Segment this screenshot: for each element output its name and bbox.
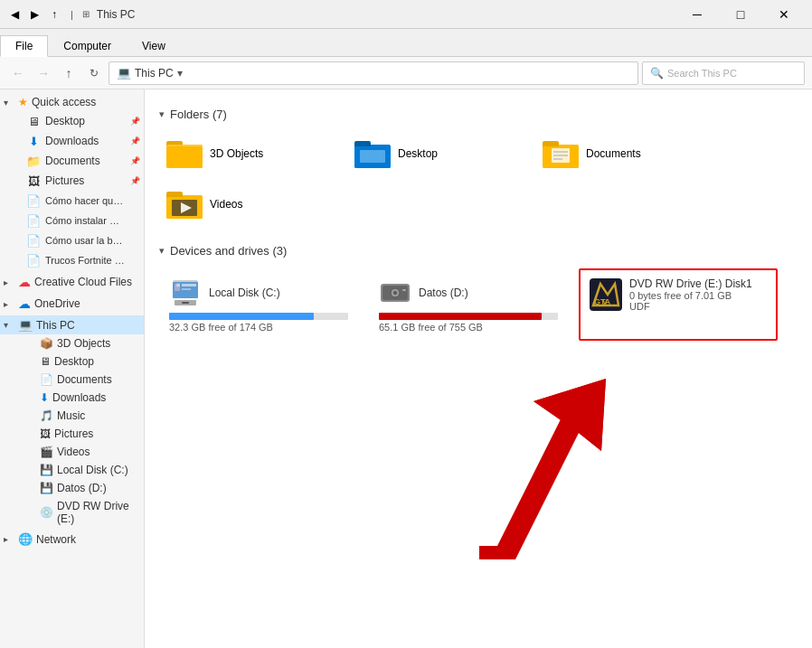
folders-title: Folders (7) bbox=[170, 108, 227, 121]
folder-documents[interactable]: Documents bbox=[535, 132, 716, 175]
folder-videos-name: Videos bbox=[210, 198, 242, 211]
quick-access-header[interactable]: ▾ ★ Quick access bbox=[0, 93, 144, 111]
pin-icon-4: 📌 bbox=[130, 176, 140, 185]
this-pc-section: ▾ 💻 This PC 📦 3D Objects 🖥 Desktop 📄 Doc… bbox=[0, 315, 144, 528]
sidebar-c-drive[interactable]: 💾 Local Disk (C:) bbox=[0, 461, 144, 479]
svg-rect-24 bbox=[182, 288, 191, 290]
sidebar-desktop[interactable]: 🖥 Desktop bbox=[0, 352, 144, 371]
network-header[interactable]: ▸ 🌐 Network bbox=[0, 530, 144, 549]
tab-file[interactable]: File bbox=[0, 35, 48, 57]
folder-desktop[interactable]: Desktop bbox=[347, 132, 528, 175]
this-pc-header[interactable]: ▾ 💻 This PC bbox=[0, 315, 144, 334]
drive-c[interactable]: ⊞ Local Disk (C:) 32.3 GB free of 174 GB bbox=[159, 268, 358, 341]
back-button[interactable]: ← bbox=[7, 62, 29, 84]
up-dir-button[interactable]: ↑ bbox=[58, 62, 80, 84]
breadcrumb: This PC bbox=[135, 67, 174, 80]
breadcrumb-bar[interactable]: 💻 This PC ▾ bbox=[109, 61, 638, 85]
forward-icon[interactable]: ▶ bbox=[27, 7, 42, 22]
file1-icon: 📄 bbox=[25, 193, 42, 208]
drives-toggle[interactable]: ▾ bbox=[159, 245, 165, 257]
e-drive-icon: 💿 bbox=[40, 506, 53, 519]
net-arrow: ▸ bbox=[4, 534, 18, 544]
creative-cloud-label: Creative Cloud Files bbox=[34, 276, 132, 288]
dl2-icon: ⬇ bbox=[40, 391, 49, 404]
tab-view[interactable]: View bbox=[127, 35, 181, 56]
sidebar-3dobjects[interactable]: 📦 3D Objects bbox=[0, 334, 144, 352]
svg-text:V: V bbox=[602, 297, 608, 306]
sidebar-item-file4[interactable]: 📄 Trucos Fortnite la m bbox=[0, 250, 144, 270]
drive-d-progress-fill bbox=[379, 313, 542, 320]
drive-c-free: 32.3 GB free of 174 GB bbox=[169, 322, 348, 333]
sidebar-dl[interactable]: ⬇ Downloads bbox=[0, 389, 144, 407]
drive-c-progress-fill bbox=[169, 313, 314, 320]
sidebar-documents-label: Documents bbox=[45, 155, 100, 167]
drive-c-name: Local Disk (C:) bbox=[209, 286, 280, 299]
drives-header: ▾ Devices and drives (3) bbox=[159, 244, 798, 258]
back-icon[interactable]: ◀ bbox=[7, 7, 22, 22]
tab-computer[interactable]: Computer bbox=[48, 35, 127, 56]
docs2-icon: 📄 bbox=[40, 373, 53, 386]
pc-icon: 💻 bbox=[18, 318, 33, 332]
sidebar-d-drive[interactable]: 💾 Datos (D:) bbox=[0, 479, 144, 497]
sidebar-item-file2[interactable]: 📄 Cómo instalar GTA S bbox=[0, 211, 144, 230]
sidebar-pics[interactable]: 🖼 Pictures bbox=[0, 425, 144, 443]
drive-d-name: Datos (D:) bbox=[419, 286, 468, 299]
drive-e-sub: 0 bytes free of 7.01 GB bbox=[629, 290, 752, 301]
folder-3dobjects-name: 3D Objects bbox=[210, 147, 263, 160]
sidebar-downloads-label: Downloads bbox=[45, 135, 99, 147]
downloads-icon: ⬇ bbox=[25, 134, 42, 148]
folders-header: ▾ Folders (7) bbox=[159, 108, 798, 121]
d-drive-icon: 💾 bbox=[40, 482, 53, 494]
sidebar-videos[interactable]: 🎬 Videos bbox=[0, 443, 144, 461]
content-area: ▾ Folders (7) 3D Objects bbox=[145, 89, 812, 648]
folder-videos[interactable]: Videos bbox=[159, 183, 340, 226]
drive-d[interactable]: Datos (D:) 65.1 GB free of 755 GB bbox=[369, 268, 568, 341]
onedrive-header[interactable]: ▸ ☁ OneDrive bbox=[0, 294, 144, 314]
sidebar-music[interactable]: 🎵 Music bbox=[0, 407, 144, 425]
title-bar-icons: ◀ ▶ ↑ | ⊞ bbox=[7, 7, 90, 22]
folder-3dobjects-icon bbox=[166, 137, 203, 170]
sidebar-item-pictures[interactable]: 🖼 Pictures 📌 bbox=[0, 171, 144, 191]
refresh-button[interactable]: ↻ bbox=[83, 62, 105, 84]
breadcrumb-arrow: ▾ bbox=[177, 67, 183, 80]
file3-icon: 📄 bbox=[25, 233, 42, 248]
folders-toggle[interactable]: ▾ bbox=[159, 108, 165, 120]
maximize-button[interactable]: □ bbox=[720, 1, 761, 28]
drive-c-header: ⊞ Local Disk (C:) bbox=[169, 277, 348, 309]
ribbon: File Computer View bbox=[0, 29, 812, 57]
sidebar-e-drive[interactable]: 💿 DVD RW Drive (E:) bbox=[0, 497, 144, 528]
d-drive-label: Datos (D:) bbox=[57, 482, 107, 494]
quick-access-label: Quick access bbox=[32, 96, 96, 108]
ribbon-tabs: File Computer View bbox=[0, 29, 812, 56]
svg-marker-38 bbox=[533, 379, 606, 451]
sidebar-item-file3[interactable]: 📄 Cómo usar la bomb bbox=[0, 230, 144, 250]
onedrive-section: ▸ ☁ OneDrive bbox=[0, 294, 144, 314]
creative-cloud-header[interactable]: ▸ ☁ Creative Cloud Files bbox=[0, 272, 144, 292]
minimize-button[interactable]: ─ bbox=[676, 1, 718, 28]
search-bar[interactable]: 🔍 Search This PC bbox=[642, 61, 805, 85]
sidebar-item-downloads[interactable]: ⬇ Downloads 📌 bbox=[0, 131, 144, 151]
main-layout: ▾ ★ Quick access 🖥 Desktop 📌 ⬇ Downloads… bbox=[0, 89, 812, 648]
quick-access-arrow: ▾ bbox=[4, 98, 18, 108]
sidebar-item-documents[interactable]: 📁 Documents 📌 bbox=[0, 151, 144, 171]
close-button[interactable]: ✕ bbox=[763, 1, 805, 28]
svg-rect-32 bbox=[402, 289, 406, 291]
svg-rect-3 bbox=[166, 146, 203, 168]
desktop2-icon: 🖥 bbox=[40, 355, 51, 368]
folder-3dobjects[interactable]: 3D Objects bbox=[159, 132, 340, 175]
sidebar-desktop-label: Desktop bbox=[45, 115, 85, 127]
svg-marker-37 bbox=[479, 379, 606, 559]
sidebar-file4-label: Trucos Fortnite la m bbox=[45, 255, 127, 266]
drive-e[interactable]: GTA V DVD RW Drive (E:) Disk1 0 bytes fr… bbox=[579, 268, 778, 341]
nav-bar: ← → ↑ ↻ 💻 This PC ▾ 🔍 Search This PC bbox=[0, 57, 812, 89]
c-drive-icon: 💾 bbox=[40, 464, 53, 476]
sidebar-item-desktop[interactable]: 🖥 Desktop 📌 bbox=[0, 111, 144, 131]
sidebar-file2-label: Cómo instalar GTA S bbox=[45, 215, 127, 226]
up-icon[interactable]: ↑ bbox=[47, 7, 61, 22]
sidebar-docs[interactable]: 📄 Documents bbox=[0, 371, 144, 389]
svg-rect-26 bbox=[182, 302, 189, 304]
sidebar-item-file1[interactable]: 📄 Cómo hacer que Fo bbox=[0, 191, 144, 211]
forward-button[interactable]: → bbox=[33, 62, 54, 84]
sidebar-file3-label: Cómo usar la bomb bbox=[45, 235, 127, 246]
drive-d-header: Datos (D:) bbox=[379, 277, 558, 309]
